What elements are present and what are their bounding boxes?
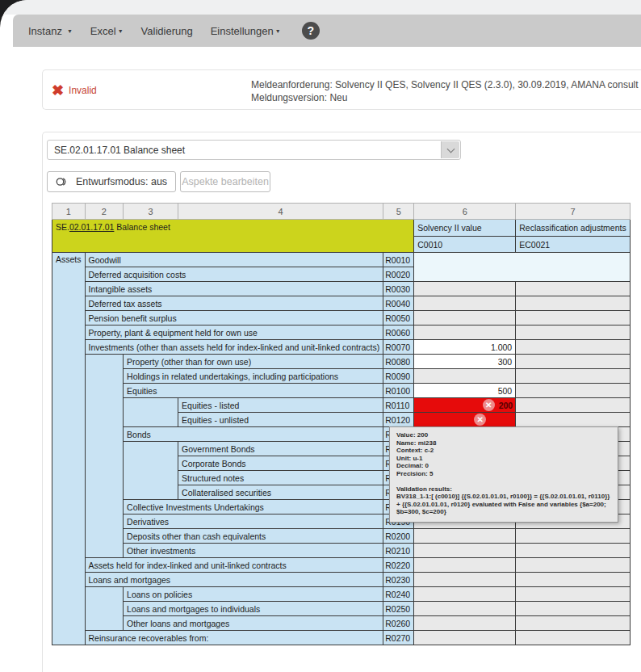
table-row: Holdings in related undertakings, includ… xyxy=(52,369,631,384)
value-cell-c0010[interactable]: ✕ xyxy=(414,413,516,427)
value-cell-ec0021 xyxy=(516,369,630,384)
toolbar-item-excel[interactable]: Excel▼ xyxy=(90,25,124,37)
row-label: Derivatives xyxy=(124,514,383,529)
table-row: Reinsurance recoverables from:R0270 xyxy=(52,631,631,645)
row-label: Structured notes xyxy=(178,471,383,485)
table-row: Loans and mortgages to individualsR0250 xyxy=(52,602,631,616)
value-cell-ec0021 xyxy=(516,602,630,616)
select-chevron-box[interactable] xyxy=(441,141,459,158)
value-cell-c0010[interactable]: 500 xyxy=(414,384,516,398)
edit-aspects-button[interactable]: Aspekte bearbeiten xyxy=(180,171,270,192)
value-cell-ec0021 xyxy=(516,311,630,326)
report-meta: Meldeanforderung: Solvency II QES, Solve… xyxy=(251,78,639,104)
toolbar-item-instanz[interactable]: Instanz▼ xyxy=(28,25,73,37)
value-cell-c0010[interactable]: 1.000 xyxy=(414,340,516,355)
table-row: Other investmentsR0210 xyxy=(52,544,631,558)
row-label: Holdings in related undertakings, includ… xyxy=(124,369,383,384)
toolbar-item-einstellungen[interactable]: Einstellungen▼ xyxy=(211,25,281,37)
balance-sheet-table-wrap: 1234567SE.02.01.17.01 Balance sheetSolve… xyxy=(52,203,631,645)
row-code: R0020 xyxy=(383,267,414,282)
row-code: R0080 xyxy=(383,355,414,369)
toolbar-item-label: Instanz xyxy=(28,25,62,37)
row-code: R0200 xyxy=(383,529,414,544)
help-button[interactable]: ? xyxy=(302,22,320,40)
row-code: R0070 xyxy=(383,340,414,355)
sheet-title-link[interactable]: 02.01.17.01 xyxy=(69,222,114,232)
value-cell-ec0021 xyxy=(516,384,630,398)
row-label: Loans and mortgages xyxy=(85,573,383,587)
caret-down-icon: ▼ xyxy=(275,28,281,34)
row-code: R0270 xyxy=(383,631,414,645)
table-row: Equities - listedR0110✕200 xyxy=(52,398,631,413)
row-label: Loans on policies xyxy=(124,587,383,602)
row-label: Equities - listed xyxy=(178,398,383,413)
row-label: Intangible assets xyxy=(85,282,383,296)
row-label: Pension benefit surplus xyxy=(85,311,383,326)
value-cell-ec0021 xyxy=(516,616,630,631)
toolbar-item-validierung[interactable]: Validierung xyxy=(141,25,193,37)
value-cell-c0010[interactable]: ✕200 xyxy=(414,398,516,413)
value-cell-c0010[interactable]: 300 xyxy=(414,355,516,369)
table-row: Pension benefit surplusR0050 xyxy=(52,311,631,326)
error-cell-value: 200 xyxy=(499,401,513,410)
column-code-ec0021: EC0021 xyxy=(516,237,630,253)
row-code: R0010 xyxy=(383,253,414,267)
value-cell-c0010 xyxy=(414,326,516,340)
section-cell-assets: Assets xyxy=(52,253,86,645)
table-header-row-1: SE.02.01.17.01 Balance sheetSolvency II … xyxy=(52,220,631,237)
row-label: Other loans and mortgages xyxy=(124,616,383,631)
draft-mode-button[interactable]: Entwurfsmodus: aus xyxy=(47,171,176,192)
report-card: SE.02.01.17.01 Balance sheet Entwurfsmod… xyxy=(42,132,641,672)
chevron-down-icon xyxy=(446,145,455,153)
value-cell-c0010 xyxy=(414,369,516,384)
row-label: Assets held for index-linked and unit-li… xyxy=(85,558,383,573)
value-cell-ec0021 xyxy=(516,529,630,544)
draft-mode-label: Entwurfsmodus: aus xyxy=(76,176,167,187)
row-code: R0230 xyxy=(383,573,414,587)
edit-aspects-label: Aspekte bearbeiten xyxy=(182,176,269,187)
error-cell-content: ✕ xyxy=(417,413,513,426)
row-code: R0260 xyxy=(383,616,414,631)
row-label: Collateralised securities xyxy=(178,485,383,500)
row-code: R0120 xyxy=(383,413,414,427)
template-select[interactable]: SE.02.01.17.01 Balance sheet xyxy=(47,140,461,160)
row-code: R0030 xyxy=(383,282,414,296)
row-code: R0040 xyxy=(383,296,414,311)
error-cell-content: ✕200 xyxy=(417,398,513,412)
column-code-c0010: C0010 xyxy=(414,237,516,253)
value-cell-ec0021 xyxy=(516,355,630,369)
table-row: EquitiesR0100500 xyxy=(52,384,631,398)
value-cell-ec0021 xyxy=(516,340,630,355)
table-row: Loans on policiesR0240 xyxy=(52,587,631,602)
row-label: Property, plant & equipment held for own… xyxy=(85,326,383,340)
row-label: Deferred acquisition costs xyxy=(85,267,383,282)
table-row: Property, plant & equipment held for own… xyxy=(52,326,631,340)
row-label: Corporate Bonds xyxy=(178,456,383,471)
status-card: ✖ Invalid Meldeanforderung: Solvency II … xyxy=(42,69,641,110)
column-number: 3 xyxy=(124,204,178,220)
table-row: Other loans and mortgagesR0260 xyxy=(52,616,631,631)
column-number: 1 xyxy=(52,204,86,220)
value-cell-c0010 xyxy=(414,529,516,544)
caret-down-icon: ▼ xyxy=(118,28,124,34)
value-cell-c0010 xyxy=(414,282,516,296)
error-x-icon[interactable]: ✕ xyxy=(474,414,486,426)
row-label: Government Bonds xyxy=(178,442,383,456)
value-cell-c0010 xyxy=(414,311,516,326)
validation-status: ✖ Invalid xyxy=(52,70,97,110)
row-label: Loans and mortgages to individuals xyxy=(124,602,383,616)
row-code: R0250 xyxy=(383,602,414,616)
sheet-title-prefix: SE. xyxy=(56,222,69,232)
toolbar-item-label: Validierung xyxy=(141,25,193,37)
row-label: Equities - unlisted xyxy=(178,413,383,427)
meta-line-2: Meldungsversion: Neu xyxy=(251,91,639,104)
row-label: Reinsurance recoverables from: xyxy=(85,631,383,645)
value-cell-ec0021 xyxy=(516,398,630,413)
indent-band xyxy=(124,442,178,500)
row-label: Deposits other than cash equivalents xyxy=(124,529,383,544)
value-cell-c0010 xyxy=(414,573,516,587)
error-x-icon[interactable]: ✕ xyxy=(483,399,495,411)
value-cell-c0010 xyxy=(414,631,516,645)
value-cell-ec0021 xyxy=(516,282,630,296)
row-label: Property (other than for own use) xyxy=(124,355,383,369)
